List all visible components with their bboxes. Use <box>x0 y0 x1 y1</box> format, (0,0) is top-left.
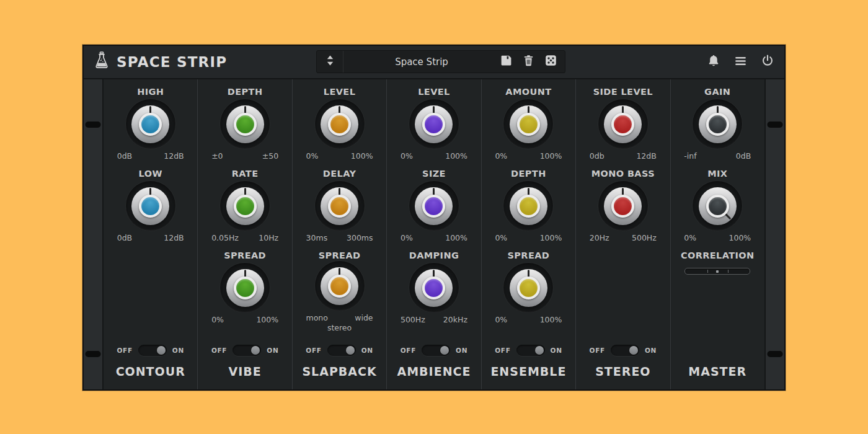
knob-max-label: 100% <box>540 151 562 161</box>
save-preset-button[interactable] <box>500 54 513 69</box>
knob-min-label: 20Hz <box>590 233 609 242</box>
knob-group: SIDE LEVEL 0db 12dB <box>576 79 670 161</box>
correlation-meter <box>684 268 750 275</box>
toggle-on-label: ON <box>267 347 278 354</box>
knob-ensemble-depth[interactable] <box>503 181 553 231</box>
floppy-disk-icon <box>500 54 513 69</box>
section-title-stereo: STEREO <box>595 365 650 381</box>
knob-group: MIX 0% 100% <box>671 161 764 243</box>
preset-name[interactable]: Space Strip <box>343 56 500 68</box>
toggle-off-label: OFF <box>401 347 416 354</box>
header-right-icons <box>707 54 784 70</box>
randomize-preset-button[interactable] <box>544 54 557 69</box>
knob-ambience-level[interactable] <box>409 99 459 149</box>
knob-stereo-side-level[interactable] <box>598 99 648 149</box>
notifications-button[interactable] <box>707 54 720 70</box>
knob-label: DEPTH <box>228 87 263 99</box>
knob-vibe-depth[interactable] <box>220 99 270 149</box>
knob-label: SPREAD <box>224 250 266 262</box>
knob-ensemble-spread[interactable] <box>503 263 553 312</box>
toggle-off-label: OFF <box>306 347 321 354</box>
knob-group: LEVEL 0% 100% <box>387 79 480 161</box>
correlation-label: CORRELATION <box>681 250 755 262</box>
toggle-knob <box>440 346 449 355</box>
knob-group: LEVEL 0% 100% <box>293 79 386 161</box>
knob-ensemble-amount[interactable] <box>503 99 553 149</box>
knob-min-label: 0db <box>590 151 604 161</box>
rack-slot <box>768 351 783 357</box>
knob-master-mix[interactable] <box>693 181 742 231</box>
preset-prev-next-button[interactable] <box>317 51 343 73</box>
knob-min-label: 0% <box>306 151 319 161</box>
knob-vibe-rate[interactable] <box>220 181 270 231</box>
section-footer: OFF ON STEREO <box>576 343 670 389</box>
knob-group: DAMPING 500Hz 20kHz <box>387 243 480 331</box>
knob-group: DEPTH ±0 ±50 <box>198 79 291 161</box>
power-button[interactable] <box>761 54 774 70</box>
menu-button[interactable] <box>733 55 748 70</box>
knob-group: DEPTH 0% 100% <box>482 161 575 243</box>
toggle-knob <box>157 346 166 355</box>
knob-center-label: stereo <box>327 323 352 332</box>
knob-max-label: 0dB <box>736 151 751 161</box>
knob-group: RATE 0.05Hz 10Hz <box>198 161 291 243</box>
toggle-row: OFF ON <box>306 343 373 358</box>
toggle-knob <box>251 346 260 355</box>
section-vibe: DEPTH ±0 ±50 RATE 0.05Hz <box>197 79 291 389</box>
toggle-knob <box>629 346 638 355</box>
rack-slot <box>768 122 783 128</box>
bell-icon <box>707 54 720 70</box>
knob-slapback-level[interactable] <box>315 99 365 149</box>
delete-preset-button[interactable] <box>523 54 534 69</box>
toggle-ambience[interactable] <box>422 345 450 356</box>
section-ambience: LEVEL 0% 100% SIZE 0% <box>386 79 480 389</box>
toggle-ensemble[interactable] <box>516 345 545 356</box>
knob-label: AMOUNT <box>505 87 551 99</box>
toggle-contour[interactable] <box>138 345 167 356</box>
knob-group: DELAY 30ms 300ms <box>293 161 386 243</box>
toggle-on-label: ON <box>361 347 373 354</box>
knob-contour-high[interactable] <box>126 99 175 149</box>
toggle-vibe[interactable] <box>232 345 261 356</box>
knob-min-label: 0% <box>495 315 507 324</box>
knob-min-label: 0% <box>401 151 413 161</box>
section-ensemble: AMOUNT 0% 100% DEPTH 0% <box>481 79 575 389</box>
knob-ambience-size[interactable] <box>409 181 459 231</box>
knob-min-label: 0% <box>495 233 507 242</box>
knob-max-label: wide <box>355 313 373 322</box>
knob-min-label: mono <box>306 313 328 322</box>
knob-ambience-damping[interactable] <box>409 263 459 312</box>
knob-contour-low[interactable] <box>126 181 175 231</box>
rack-edge-right <box>764 79 784 389</box>
section-title-master: MASTER <box>688 365 746 381</box>
knob-slapback-delay[interactable] <box>315 181 365 231</box>
knob-slapback-spread[interactable] <box>315 261 365 311</box>
toggle-slapback[interactable] <box>327 345 356 356</box>
knob-label: DELAY <box>323 169 356 180</box>
knob-stereo-mono-bass[interactable] <box>598 181 648 231</box>
meter-tick <box>728 270 728 273</box>
toggle-stereo[interactable] <box>611 345 639 356</box>
knob-label: SIDE LEVEL <box>593 87 653 99</box>
meter-tick <box>707 270 708 273</box>
knob-label: LEVEL <box>418 87 450 99</box>
toggle-knob <box>346 346 355 355</box>
knob-vibe-spread[interactable] <box>220 263 270 312</box>
knob-max-label: 300ms <box>347 233 373 242</box>
flask-icon <box>93 51 110 73</box>
toggle-off-label: OFF <box>117 347 132 354</box>
section-title-slapback: SLAPBACK <box>302 365 376 381</box>
knob-master-gain[interactable] <box>693 99 742 149</box>
logo-wrap: SPACE STRIP <box>84 51 227 73</box>
section-footer: OFF ON ENSEMBLE <box>482 343 575 389</box>
knob-max-label: 12dB <box>164 233 184 242</box>
toggle-off-label: OFF <box>495 347 510 354</box>
toggle-row: OFF ON <box>117 343 184 358</box>
section-footer: OFF ON VIBE <box>198 343 291 389</box>
toggle-row: OFF ON <box>590 343 657 358</box>
knob-label: LEVEL <box>324 87 356 99</box>
section-title-ambience: AMBIENCE <box>397 365 471 381</box>
knob-label: SPREAD <box>507 250 549 262</box>
up-down-arrows-icon <box>326 54 335 69</box>
section-footer: OFF ON AMBIENCE <box>387 343 480 389</box>
